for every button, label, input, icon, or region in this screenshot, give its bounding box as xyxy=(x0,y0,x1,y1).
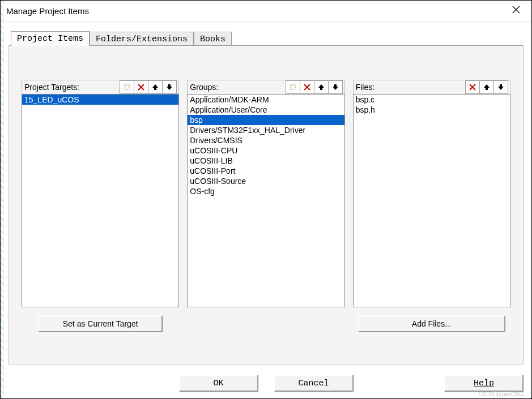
add-files-button[interactable]: Add Files... xyxy=(358,315,505,332)
tab-folders-extensions[interactable]: Folders/Extensions xyxy=(90,32,194,46)
targets-column: Project Targets: 15_LED_uCOS xyxy=(22,80,179,307)
targets-new-icon[interactable] xyxy=(120,80,134,94)
groups-column: Groups: Application/MDK-ARMAppli xyxy=(187,80,344,307)
targets-move-down-icon[interactable] xyxy=(162,80,177,94)
cancel-button[interactable]: Cancel xyxy=(274,375,354,392)
targets-header: Project Targets: xyxy=(24,83,120,92)
titlebar: Manage Project Items xyxy=(1,1,531,22)
list-item[interactable]: Drivers/STM32F1xx_HAL_Driver xyxy=(188,125,344,135)
tab-project-items[interactable]: Project Items xyxy=(11,31,90,46)
files-header: Files: xyxy=(356,83,466,92)
list-item[interactable]: uCOSIII-Port xyxy=(188,166,344,176)
groups-delete-icon[interactable] xyxy=(300,80,314,94)
files-move-up-icon[interactable] xyxy=(479,80,494,94)
groups-new-icon[interactable] xyxy=(286,80,300,94)
list-item[interactable]: 15_LED_uCOS xyxy=(22,95,178,105)
groups-header: Groups: xyxy=(190,83,286,92)
files-move-down-icon[interactable] xyxy=(493,80,508,94)
window-title: Manage Project Items xyxy=(6,6,507,16)
files-delete-icon[interactable] xyxy=(465,80,480,94)
files-header-row: Files: xyxy=(353,80,510,94)
list-item[interactable]: bsp.c xyxy=(354,95,510,105)
groups-move-up-icon[interactable] xyxy=(314,80,329,94)
list-item[interactable]: uCOSIII-LIB xyxy=(188,156,344,166)
list-item[interactable]: Application/User/Core xyxy=(188,105,344,115)
list-item[interactable]: Application/MDK-ARM xyxy=(188,95,344,105)
groups-move-down-icon[interactable] xyxy=(328,80,343,94)
groups-header-row: Groups: xyxy=(187,80,344,94)
list-item[interactable]: OS-cfg xyxy=(188,186,344,196)
list-item[interactable]: uCOSIII-Source xyxy=(188,176,344,186)
svg-rect-5 xyxy=(291,85,295,89)
tab-panel: Project Targets: 15_LED_uCOS xyxy=(8,45,524,364)
under-row: Set as Current Target Add Files... xyxy=(9,307,523,332)
list-item[interactable]: bsp.h xyxy=(354,105,510,115)
groups-list[interactable]: Application/MDK-ARMApplication/User/Core… xyxy=(187,94,344,307)
close-icon[interactable] xyxy=(507,2,526,19)
targets-header-row: Project Targets: xyxy=(22,80,179,94)
targets-move-up-icon[interactable] xyxy=(148,80,163,94)
list-item[interactable]: bsp xyxy=(188,115,344,125)
ok-button[interactable]: OK xyxy=(179,375,258,392)
list-item[interactable]: uCOSIII-CPU xyxy=(188,145,344,156)
watermark: CSDN @penCKG xyxy=(478,391,524,397)
files-list[interactable]: bsp.cbsp.h xyxy=(353,94,510,307)
tab-strip: Project Items Folders/Extensions Books xyxy=(11,29,531,45)
footer: OK Cancel Help xyxy=(8,375,524,392)
svg-rect-2 xyxy=(125,85,129,89)
help-button[interactable]: Help xyxy=(444,375,524,392)
files-column: Files: bsp.cbsp.h xyxy=(353,80,510,307)
set-current-target-button[interactable]: Set as Current Target xyxy=(38,315,163,332)
dialog-window: Manage Project Items Project Items Folde… xyxy=(0,0,532,399)
targets-delete-icon[interactable] xyxy=(134,80,148,94)
list-item[interactable]: Drivers/CMSIS xyxy=(188,135,344,145)
targets-list[interactable]: 15_LED_uCOS xyxy=(22,94,179,307)
decorative-edge xyxy=(1,1,4,398)
tab-books[interactable]: Books xyxy=(194,32,232,46)
